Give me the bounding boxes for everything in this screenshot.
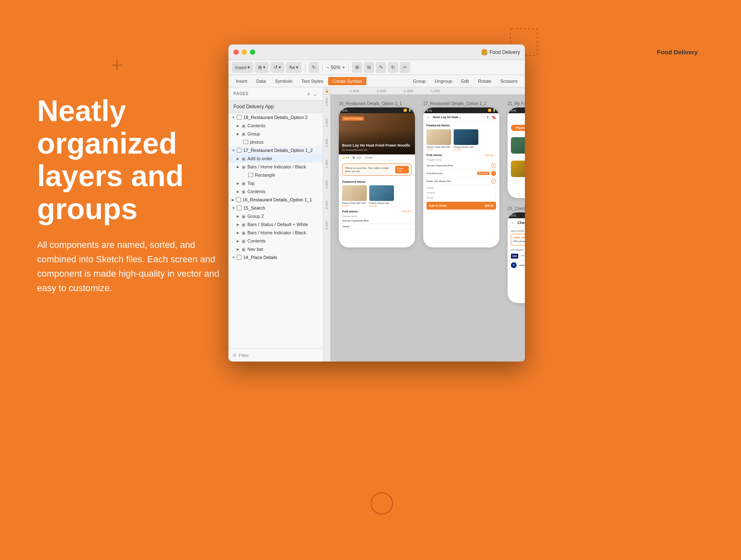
layer-item[interactable]: ▼ 18_Restaurant Details_Option 2 — [228, 113, 323, 121]
layer-item[interactable]: ▶ ▣ Top — [228, 179, 323, 187]
group-icon: ▣ — [241, 156, 246, 161]
minimize-button[interactable] — [242, 49, 247, 55]
group-action-2[interactable]: ⊟ — [364, 62, 374, 73]
category-row: Chicken › — [423, 190, 499, 195]
bookmark-icon[interactable]: 🔖 — [492, 115, 496, 119]
page-title: Checkout — [517, 221, 525, 225]
menu-item-card: Khasta Kachori with $ 12.50 — [369, 185, 394, 207]
artboard-wrapper-1: 16_Restaurant Details_Option 1_1 9:41 📶 … — [339, 101, 415, 355]
menu-row: Special Gajananad Bhel + — [423, 162, 499, 170]
layer-item[interactable]: ▶ ▣ Contents — [228, 187, 323, 196]
layer-item[interactable]: ▼ 14_Place Details — [228, 253, 323, 261]
back-button[interactable]: ← — [426, 115, 431, 119]
ruler-mark-v: 2,000 — [325, 201, 329, 209]
layer-item[interactable]: ▶ ▣ Bars / Home Indicator / Black — [228, 163, 323, 171]
ruler-mark: -1,800 — [349, 89, 359, 93]
full-menu-header: Full menu View all → — [423, 152, 499, 158]
view-all-link[interactable]: View all 9 — [401, 210, 412, 212]
layer-item[interactable]: ▼ 17_Restaurant Details_Option 1_2 — [228, 146, 323, 154]
pickup-badge: New! Try Pickup — [342, 117, 364, 121]
menu-data[interactable]: Data — [252, 77, 270, 85]
menu-group[interactable]: Group — [409, 77, 430, 85]
layer-item[interactable]: photos — [228, 138, 323, 146]
edit-action[interactable]: ✎ — [376, 62, 386, 73]
add-button[interactable]: + — [491, 163, 496, 168]
status-bar: 9:41 📶 🔋 — [339, 107, 415, 113]
scissors-action[interactable]: ✂ — [400, 62, 410, 73]
expand-arrow: ▶ — [237, 157, 239, 161]
layer-item[interactable]: ▶ ▣ Bars / Status / Default + White — [228, 220, 323, 229]
share-icon[interactable]: ⬆ — [486, 115, 489, 119]
symbol-button[interactable]: ↺ ▾ — [270, 62, 284, 73]
insert-button[interactable]: Insert ▾ — [232, 62, 253, 73]
add-button[interactable]: + — [491, 179, 496, 184]
section-label: PAYMENT METHOD — [508, 246, 525, 252]
layer-label: Nav bar — [247, 247, 263, 252]
layer-item[interactable]: ▶ ▣ Contents — [228, 237, 323, 245]
menu-scissors[interactable]: Scissors — [496, 77, 522, 85]
layer-item[interactable]: Rectangle — [228, 171, 323, 179]
maximize-button[interactable] — [250, 49, 255, 55]
page-title: Boon Lay Ho Huat ... — [433, 116, 484, 119]
layer-item[interactable]: ▶ ▣ Bars / Home Indicator / Black — [228, 229, 323, 237]
sidebar: PAGES + ⌄ Food Delivery App ▼ 18_Restaur… — [228, 87, 323, 362]
order-now-button[interactable]: Order now — [395, 166, 409, 173]
menu-edit[interactable]: Edit — [457, 77, 473, 85]
menu-row: Cold Bournvita Best Seller ✓ — [423, 170, 499, 177]
layer-item[interactable]: ▶ ▣ Add to order — [228, 154, 323, 163]
ruler-mark-v: 1,600 — [325, 160, 329, 168]
tab-places[interactable]: Places — [511, 125, 525, 131]
status-bar: 9:41 📶 🔋 — [508, 107, 525, 113]
group-action-1[interactable]: ⊞ — [352, 62, 362, 73]
layer-item[interactable]: ▶ ▣ Group — [228, 130, 323, 138]
menu-text-styles[interactable]: Text Styles — [297, 77, 327, 85]
menu-row-right: Best Seller ✓ — [477, 171, 496, 176]
layer-button[interactable]: ⊞ ▾ — [255, 62, 269, 73]
rotate-action[interactable]: ↻ — [388, 62, 398, 73]
frame-icon — [237, 255, 242, 260]
check-button[interactable]: ✓ — [491, 171, 496, 176]
zoom-plus[interactable]: + — [342, 65, 345, 70]
layer-label: 14_Place Details — [243, 255, 277, 260]
menu-symbols[interactable]: Symbols — [271, 77, 296, 85]
view-all-link[interactable]: View all → — [485, 154, 496, 156]
address-value: 928 Lehner Junction Apt. 047 — [513, 240, 525, 243]
expand-arrow: ▼ — [232, 256, 235, 259]
menu-rotate[interactable]: Rotate — [474, 77, 495, 85]
item-image — [454, 129, 478, 145]
featured-title: Featured Items — [339, 178, 415, 184]
menu-insert[interactable]: Insert — [232, 77, 252, 85]
layer-label: Contents — [247, 123, 266, 128]
artboard-label-1: 16_Restaurant Details_Option 1_1 — [339, 101, 415, 106]
expand-arrow: ▶ — [237, 215, 239, 218]
expand-arrow: ▶ — [237, 165, 239, 169]
artboard-3: 9:41 📶 🔋 My Favourite Places Food — [508, 107, 525, 198]
zoom-minus[interactable]: − — [326, 65, 329, 70]
add-page-icon[interactable]: + — [307, 91, 310, 97]
menu-arrow: › — [411, 219, 412, 222]
group-icon: ▣ — [241, 247, 246, 252]
menu-create-symbol[interactable]: Create Symbol — [328, 77, 366, 85]
page-item[interactable]: Food Delivery App — [228, 100, 323, 113]
add-to-order-button[interactable]: Add to Order $95.40 — [426, 202, 496, 210]
back-button[interactable]: ← — [511, 220, 515, 225]
payment-text: **** **** **** 5967 — [521, 255, 525, 257]
layer-item[interactable]: ▼ 15_Search — [228, 204, 323, 212]
text-button[interactable]: Aa ▾ — [286, 62, 302, 73]
layer-label: Group — [247, 131, 260, 136]
layer-item[interactable]: ▶ ▣ Contents — [228, 121, 323, 130]
menu-ungroup[interactable]: Ungroup — [431, 77, 456, 85]
group-icon: ▣ — [241, 189, 246, 194]
payment-text: wilson.casper@bernice.info — [519, 264, 525, 266]
layer-item[interactable]: ▶ 16_Restaurant Details_Option 1_1 — [228, 196, 323, 204]
menu-row: Butter Jam Maska Bun + — [423, 177, 499, 185]
layer-item[interactable]: ▶ ▣ Group 2 — [228, 212, 323, 220]
filter-bar[interactable]: ⊙ Filter — [228, 348, 323, 362]
refresh-button[interactable]: ↻ — [309, 62, 319, 73]
layer-item[interactable]: ▶ ▣ Nav bar — [228, 245, 323, 253]
frame-icon — [237, 205, 242, 210]
collapse-icon[interactable]: ⌄ — [313, 91, 318, 97]
pickup-box: Pickup on your time. Your order is ready… — [342, 163, 412, 176]
ruler-mark-v: 2,200 — [325, 222, 329, 230]
close-button[interactable] — [233, 49, 239, 55]
